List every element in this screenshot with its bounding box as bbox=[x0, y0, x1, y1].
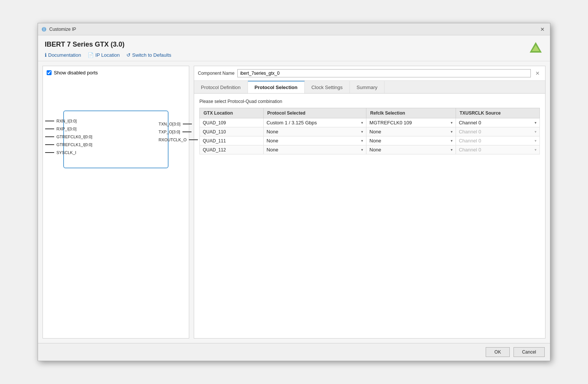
cell-refclk-0[interactable]: MGTREFCLK0 109 ▾ bbox=[366, 118, 456, 127]
svg-text:i: i bbox=[44, 26, 45, 32]
dropdown-arrow-refclk-1: ▾ bbox=[451, 130, 453, 134]
col-header-gtx-location: GTX Location bbox=[200, 108, 264, 118]
dropdown-arrow-txusrclk-0: ▾ bbox=[535, 121, 536, 125]
header-section: IBERT 7 Series GTX (3.0) ℹ Documentation… bbox=[38, 35, 550, 61]
right-panel: Component Name ✕ Protocol Definition Pro… bbox=[194, 66, 545, 339]
cell-protocol-0[interactable]: Custom 1 / 3.125 Gbps ▾ bbox=[263, 118, 366, 127]
dropdown-arrow-protocol-2: ▾ bbox=[361, 139, 363, 143]
component-name-input[interactable] bbox=[237, 69, 531, 77]
cancel-button[interactable]: Cancel bbox=[514, 347, 545, 357]
cell-txusrclk-3: Channel 0 ▾ bbox=[456, 145, 539, 154]
table-row: QUAD_112 None ▾ None ▾ bbox=[200, 145, 540, 154]
ok-button[interactable]: OK bbox=[486, 347, 509, 357]
clear-button[interactable]: ✕ bbox=[534, 70, 541, 77]
cell-location-0: QUAD_109 bbox=[200, 118, 264, 127]
tab-summary-label: Summary bbox=[357, 85, 378, 90]
dropdown-arrow-refclk-0: ▾ bbox=[451, 121, 453, 125]
switch-defaults-link[interactable]: ↺ Switch to Defaults bbox=[126, 52, 171, 58]
port-rxp: RXP_I[3:0] bbox=[56, 127, 76, 131]
cell-location-1: QUAD_110 bbox=[200, 127, 264, 136]
window-title: Customize IP bbox=[49, 27, 76, 32]
cell-refclk-3[interactable]: None ▾ bbox=[366, 145, 456, 154]
cell-protocol-1[interactable]: None ▾ bbox=[263, 127, 366, 136]
port-txp: TXP_O[3:0] bbox=[158, 130, 180, 134]
left-panel: Show disabled ports RXN_I[3:0] RXP_I[3:0… bbox=[43, 66, 189, 339]
tab-summary[interactable]: Summary bbox=[350, 81, 385, 93]
main-window: i Customize IP ✕ IBERT 7 Series GTX (3.0… bbox=[38, 23, 550, 361]
cell-location-2: QUAD_111 bbox=[200, 136, 264, 145]
close-button[interactable]: ✕ bbox=[538, 26, 547, 33]
cell-protocol-3[interactable]: None ▾ bbox=[263, 145, 366, 154]
table-row: QUAD_111 None ▾ None ▾ bbox=[200, 136, 540, 145]
app-icon: i bbox=[41, 26, 47, 32]
dropdown-arrow-refclk-3: ▾ bbox=[451, 148, 453, 152]
app-title: IBERT 7 Series GTX (3.0) bbox=[45, 41, 171, 48]
show-disabled-checkbox[interactable] bbox=[47, 70, 52, 75]
tab-protocol-selection[interactable]: Protocol Selection bbox=[248, 81, 305, 93]
dropdown-arrow-refclk-2: ▾ bbox=[451, 139, 453, 143]
switch-defaults-label: Switch to Defaults bbox=[132, 52, 171, 58]
tab-protocol-definition-label: Protocol Definition bbox=[201, 85, 241, 90]
ip-location-link[interactable]: 📄 IP Location bbox=[88, 52, 120, 58]
port-sysclk: SYSCLK_I bbox=[56, 150, 76, 155]
ip-location-label: IP Location bbox=[95, 52, 120, 58]
protocol-quad-instruction: Please select Protocol-Quad combination bbox=[199, 99, 540, 104]
titlebar-left: i Customize IP bbox=[41, 26, 76, 32]
location-icon: 📄 bbox=[88, 52, 94, 58]
cell-refclk-1[interactable]: None ▾ bbox=[366, 127, 456, 136]
documentation-link[interactable]: ℹ Documentation bbox=[45, 52, 81, 58]
cell-txusrclk-0[interactable]: Channel 0 ▾ bbox=[456, 118, 539, 127]
port-gtrefclk0: GTREFCLK0_I[0:0] bbox=[56, 135, 92, 139]
tab-clock-settings[interactable]: Clock Settings bbox=[305, 81, 350, 93]
col-header-protocol: Protocol Selected bbox=[263, 108, 366, 118]
vivado-logo bbox=[528, 41, 543, 56]
port-rxn: RXN_I[3:0] bbox=[56, 119, 77, 123]
cell-location-3: QUAD_112 bbox=[200, 145, 264, 154]
toolbar: ℹ Documentation 📄 IP Location ↺ Switch t… bbox=[45, 52, 171, 58]
info-icon: ℹ bbox=[45, 52, 47, 58]
show-disabled-row: Show disabled ports bbox=[47, 70, 185, 76]
component-name-row: Component Name ✕ bbox=[194, 66, 545, 81]
col-header-refclk: Refclk Selection bbox=[366, 108, 456, 118]
dropdown-arrow-txusrclk-1: ▾ bbox=[535, 130, 536, 134]
dropdown-arrow-txusrclk-2: ▾ bbox=[535, 139, 536, 143]
component-diagram: RXN_I[3:0] RXP_I[3:0] GTREFCLK0_I[0:0] bbox=[63, 110, 169, 168]
cell-txusrclk-1: Channel 0 ▾ bbox=[456, 127, 539, 136]
port-gtrefclk1: GTREFCLK1_I[0:0] bbox=[56, 142, 92, 147]
dropdown-arrow-protocol-0: ▾ bbox=[361, 121, 363, 125]
dropdown-arrow-txusrclk-3: ▾ bbox=[535, 148, 536, 152]
tabs: Protocol Definition Protocol Selection C… bbox=[194, 81, 545, 94]
table-row: QUAD_109 Custom 1 / 3.125 Gbps ▾ MGTREFC… bbox=[200, 118, 540, 127]
table-row: QUAD_110 None ▾ None ▾ bbox=[200, 127, 540, 136]
protocol-table: GTX Location Protocol Selected Refclk Se… bbox=[199, 108, 540, 154]
content-area: Show disabled ports RXN_I[3:0] RXP_I[3:0… bbox=[38, 61, 550, 343]
component-name-label: Component Name bbox=[198, 71, 234, 76]
show-disabled-label: Show disabled ports bbox=[54, 70, 98, 76]
tab-protocol-definition[interactable]: Protocol Definition bbox=[194, 81, 248, 93]
col-header-txusrclk: TXUSRCLK Source bbox=[456, 108, 539, 118]
dropdown-arrow-protocol-1: ▾ bbox=[361, 130, 363, 134]
cell-txusrclk-2: Channel 0 ▾ bbox=[456, 136, 539, 145]
tab-protocol-selection-label: Protocol Selection bbox=[255, 85, 298, 90]
footer-buttons: OK Cancel bbox=[38, 343, 550, 361]
dropdown-arrow-protocol-3: ▾ bbox=[361, 148, 363, 152]
titlebar: i Customize IP ✕ bbox=[38, 23, 550, 35]
port-txn: TXN_O[3:0] bbox=[158, 122, 180, 126]
cell-refclk-2[interactable]: None ▾ bbox=[366, 136, 456, 145]
cell-protocol-2[interactable]: None ▾ bbox=[263, 136, 366, 145]
tab-content-protocol-selection: Please select Protocol-Quad combination … bbox=[194, 94, 545, 338]
tab-clock-settings-label: Clock Settings bbox=[311, 85, 343, 90]
documentation-label: Documentation bbox=[48, 52, 81, 58]
refresh-icon: ↺ bbox=[126, 52, 131, 58]
port-rxoutclk: RXOUTCLK_O bbox=[158, 138, 187, 142]
